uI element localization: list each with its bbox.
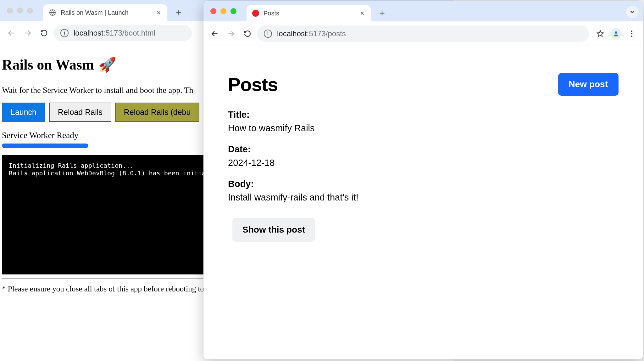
toolbar-right <box>593 27 639 41</box>
title-value: How to wasmify Rails <box>228 123 619 133</box>
date-value: 2024-12-18 <box>228 158 619 168</box>
traffic-minimize-icon[interactable] <box>17 8 23 14</box>
close-tab-icon[interactable] <box>359 10 365 16</box>
traffic-zoom-icon[interactable] <box>27 8 33 14</box>
close-tab-icon[interactable] <box>156 10 162 15</box>
new-tab-button[interactable] <box>172 6 185 19</box>
site-info-icon[interactable]: i <box>264 30 272 38</box>
traffic-minimize-icon[interactable] <box>220 8 226 14</box>
post-item: Title: How to wasmify Rails Date: 2024-1… <box>228 110 619 242</box>
url-display: localhost:5173/boot.html <box>74 29 155 37</box>
tab-title: Rails on Wasm | Launch <box>61 9 152 16</box>
traffic-zoom-icon[interactable] <box>230 8 236 14</box>
launch-button[interactable]: Launch <box>2 103 45 122</box>
title-label: Title: <box>228 110 619 120</box>
nav-forward-button[interactable] <box>21 26 35 40</box>
reload-rails-debug-button[interactable]: Reload Rails (debu <box>115 103 200 122</box>
address-bar[interactable]: i localhost:5173/posts <box>257 25 589 42</box>
tab-posts[interactable]: Posts <box>247 5 371 21</box>
tabs-dropdown-button[interactable] <box>626 6 639 18</box>
kebab-menu-icon[interactable] <box>625 27 639 41</box>
page-title: Posts <box>228 74 278 95</box>
site-info-icon[interactable]: i <box>60 29 69 37</box>
page-content-front: Posts New post Title: How to wasmify Rai… <box>203 46 643 269</box>
new-post-button[interactable]: New post <box>558 73 619 96</box>
nav-back-button[interactable] <box>4 26 18 40</box>
svg-point-2 <box>631 30 633 32</box>
reload-button[interactable] <box>241 27 254 41</box>
body-label: Body: <box>228 179 619 189</box>
svg-point-4 <box>631 35 633 37</box>
svg-point-3 <box>631 33 633 34</box>
posts-header: Posts New post <box>228 73 619 96</box>
record-dot-icon <box>252 10 259 17</box>
reload-button[interactable] <box>37 26 51 40</box>
date-label: Date: <box>228 144 619 155</box>
address-bar[interactable]: i localhost:5173/boot.html <box>53 25 192 41</box>
svg-point-1 <box>615 31 617 33</box>
body-value: Install wasmify-rails and that's it! <box>228 192 619 203</box>
window-controls-inactive <box>7 0 40 21</box>
nav-forward-button[interactable] <box>224 27 238 41</box>
globe-icon <box>49 9 56 16</box>
reload-rails-button[interactable]: Reload Rails <box>49 103 111 122</box>
nav-back-button[interactable] <box>208 27 222 41</box>
progress-bar <box>2 144 88 148</box>
window-controls <box>210 1 243 21</box>
traffic-close-icon[interactable] <box>210 8 216 14</box>
browser-window-front: Posts i localhost:5173/posts <box>203 1 643 359</box>
rocket-icon: 🚀 <box>98 56 116 73</box>
tab-strip: Posts <box>203 1 643 21</box>
tab-rails-on-wasm[interactable]: Rails on Wasm | Launch <box>43 4 167 21</box>
traffic-close-icon[interactable] <box>7 8 13 14</box>
url-display: localhost:5173/posts <box>277 29 346 38</box>
toolbar: i localhost:5173/posts <box>203 21 643 46</box>
profile-avatar-button[interactable] <box>609 27 623 41</box>
bookmark-star-icon[interactable] <box>593 27 607 41</box>
show-post-button[interactable]: Show this post <box>232 218 315 242</box>
new-tab-button[interactable] <box>376 7 388 20</box>
tab-title: Posts <box>264 10 355 17</box>
